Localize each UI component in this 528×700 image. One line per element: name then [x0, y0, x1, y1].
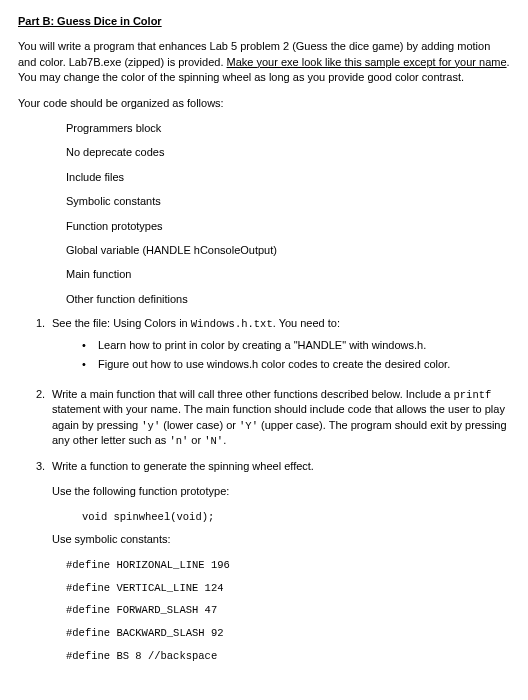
define-item: #define VERTICAL_LINE 124	[66, 581, 510, 596]
step2-code4: 'n'	[169, 435, 188, 447]
organize-list: Programmers block No deprecate codes Inc…	[66, 121, 510, 307]
list-item: Programmers block	[66, 121, 510, 136]
step1-code: Windows.h.txt	[191, 318, 273, 330]
sym-label: Use symbolic constants:	[52, 532, 510, 547]
list-item: Other function definitions	[66, 292, 510, 307]
list-item: Function prototypes	[66, 219, 510, 234]
bullet-text: Figure out how to use windows.h color co…	[98, 357, 450, 372]
list-item: Include files	[66, 170, 510, 185]
define-item: #define FORWARD_SLASH 47	[66, 603, 510, 618]
bullet-dot: •	[82, 338, 98, 353]
intro-underline: Make your exe look like this sample exce…	[227, 56, 507, 68]
list-item: Symbolic constants	[66, 194, 510, 209]
proto-label: Use the following function prototype:	[52, 484, 510, 499]
list-item: Global variable (HANDLE hConsoleOutput)	[66, 243, 510, 258]
list-item: No deprecate codes	[66, 145, 510, 160]
step1-post: . You need to:	[273, 317, 340, 329]
bullet-item: • Learn how to print in color by creatin…	[82, 338, 510, 353]
intro-paragraph: You will write a program that enhances L…	[18, 39, 510, 85]
step2-seg5: or	[188, 434, 204, 446]
step1-bullets: • Learn how to print in color by creatin…	[82, 338, 510, 373]
step-1: 1. See the file: Using Colors in Windows…	[36, 316, 510, 376]
define-item: #define HORIZONAL_LINE 196	[66, 558, 510, 573]
proto-code: void spinwheel(void);	[82, 510, 510, 525]
define-item: #define BS 8 //backspace	[66, 649, 510, 664]
step2-seg6: .	[223, 434, 226, 446]
step2-code2: 'y'	[141, 420, 160, 432]
step1-pre: See the file: Using Colors in	[52, 317, 191, 329]
bullet-item: • Figure out how to use windows.h color …	[82, 357, 510, 372]
list-item: Main function	[66, 267, 510, 282]
define-list: #define HORIZONAL_LINE 196 #define VERTI…	[66, 558, 510, 663]
bullet-text: Learn how to print in color by creating …	[98, 338, 426, 353]
section-title: Part B: Guess Dice in Color	[18, 14, 510, 29]
step-2: 2. Write a main function that will call …	[36, 387, 510, 449]
step2-code1: printf	[454, 389, 492, 401]
bullet-dot: •	[82, 357, 98, 372]
step3-line1: Write a function to generate the spinnin…	[52, 459, 510, 474]
step2-code5: 'N'	[204, 435, 223, 447]
step-number: 1.	[36, 316, 52, 376]
step-number: 2.	[36, 387, 52, 449]
define-item: #define BACKWARD_SLASH 92	[66, 626, 510, 641]
step-number: 3.	[36, 459, 52, 474]
step2-code3: 'Y'	[239, 420, 258, 432]
organize-heading: Your code should be organized as follows…	[18, 96, 510, 111]
step2-seg3: (lower case) or	[160, 419, 239, 431]
step2-seg1: Write a main function that will call thr…	[52, 388, 454, 400]
numbered-list: 1. See the file: Using Colors in Windows…	[36, 316, 510, 474]
step-3: 3. Write a function to generate the spin…	[36, 459, 510, 474]
